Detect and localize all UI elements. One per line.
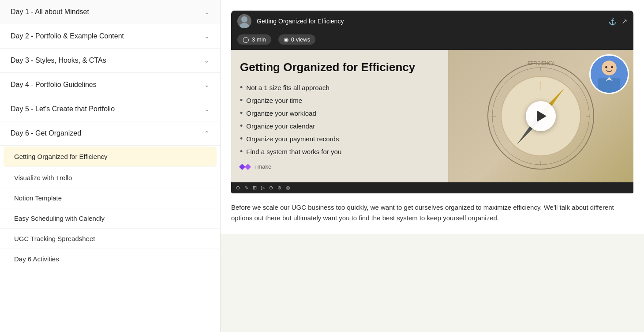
video-logo: i make [240,163,439,170]
presenter-avatar-large [589,54,629,94]
video-header-title: Getting Organized for Efficiency [257,18,603,25]
sidebar-item-day4-label: Day 4 - Portfolio Guidelines [11,81,97,89]
sidebar: Day 1 - All about Mindset ⌄ Day 2 - Port… [0,0,221,332]
bullet-item: Organize your workload [240,109,439,118]
chevron-down-icon: ⌄ [204,8,210,15]
sidebar-sub-item-easy-scheduling-label: Easy Scheduling with Calendly [14,215,105,222]
svg-point-19 [611,66,613,68]
toolbar-icon-2[interactable]: ✎ [243,184,250,192]
chevron-down-icon: ⌄ [204,106,210,113]
play-button[interactable] [526,101,556,131]
bullet-item: Organize your calendar [240,121,439,131]
sidebar-sub-item-getting-organized-label: Getting Organized for Efficiency [14,153,108,160]
video-meta-bar: ◯ 3 min ◉ 0 views [231,32,633,50]
sidebar-sub-item-ugc-tracking[interactable]: UGC Tracking Spreadsheet [0,229,220,249]
sidebar-sub-item-visualize-trello-label: Visualize with Trello [14,174,72,181]
video-header-bar: Getting Organized for Efficiency ⚓ ↗ [231,11,633,32]
sidebar-sub-item-day6-activities-label: Day 6 Activities [14,255,59,263]
sidebar-sub-item-ugc-tracking-label: UGC Tracking Spreadsheet [14,235,95,242]
svg-text:-EFFICIENCY-: -EFFICIENCY- [526,61,555,66]
sidebar-sub-item-notion-template[interactable]: Notion Template [0,188,220,208]
sidebar-item-day6[interactable]: Day 6 - Get Organized ⌃ [0,121,220,146]
bullet-item: Find a system that works for you [240,147,439,156]
external-link-icon[interactable]: ↗ [622,17,627,26]
video-header-icons: ⚓ ↗ [608,17,627,26]
chevron-down-icon: ⌄ [204,57,210,64]
video-left-panel: Getting Organized for Efficiency Not a 1… [231,50,448,182]
svg-point-1 [240,23,249,28]
svg-rect-16 [598,78,620,94]
toolbar-icon-4[interactable]: ▷ [260,184,266,192]
sidebar-item-day3-label: Day 3 - Styles, Hooks, & CTAs [11,57,106,64]
video-player-area: Getting Organized for Efficiency Not a 1… [231,50,633,182]
toolbar-icon-5[interactable]: ⊕ [268,184,274,192]
video-views: ◉ 0 views [278,34,315,45]
video-description: Before we scale our UGC business too qui… [231,193,633,223]
video-duration-label: 3 min [252,36,266,43]
toolbar-icon-3[interactable]: ⊞ [251,184,258,192]
content-card: Getting Organized for Efficiency ⚓ ↗ ◯ 3… [221,0,644,234]
svg-point-15 [602,60,617,75]
toolbar-icon-1[interactable]: ⊙ [235,184,241,192]
sidebar-item-day5-label: Day 5 - Let's Create that Portfolio [11,105,115,113]
eye-icon: ◉ [284,36,288,43]
sidebar-item-day6-label: Day 6 - Get Organized [11,129,81,137]
chevron-down-icon: ⌄ [204,81,210,88]
sidebar-sub-item-easy-scheduling[interactable]: Easy Scheduling with Calendly [0,208,220,229]
sidebar-section-day6: Day 6 - Get Organized ⌃ Getting Organize… [0,121,220,269]
sidebar-item-day5[interactable]: Day 5 - Let's Create that Portfolio ⌄ [0,97,220,121]
main-content: Getting Organized for Efficiency ⚓ ↗ ◯ 3… [221,0,644,332]
sidebar-item-day4[interactable]: Day 4 - Portfolio Guidelines ⌄ [0,73,220,97]
bullet-item: Organize your time [240,96,439,105]
svg-point-0 [241,16,247,23]
sidebar-sub-item-day6-activities[interactable]: Day 6 Activities [0,249,220,269]
bullet-item: Not a 1 size fits all approach [240,83,439,92]
sidebar-item-day3[interactable]: Day 3 - Styles, Hooks, & CTAs ⌄ [0,49,220,73]
sidebar-sub-item-getting-organized[interactable]: Getting Organized for Efficiency [4,147,217,167]
chevron-up-icon: ⌃ [204,130,210,137]
video-views-label: 0 views [291,36,310,43]
video-toolbar: ⊙ ✎ ⊞ ▷ ⊕ ⊗ ◎ [231,182,633,193]
svg-point-18 [605,66,607,68]
bullet-item: Organize your payment records [240,134,439,143]
sidebar-item-day2[interactable]: Day 2 - Portfolio & Example Content ⌄ [0,24,220,49]
sidebar-sub-item-visualize-trello[interactable]: Visualize with Trello [0,168,220,188]
sidebar-sub-item-notion-template-label: Notion Template [14,194,62,202]
toolbar-icon-6[interactable]: ⊗ [276,184,283,192]
clock-icon: ◯ [243,36,249,43]
logo-text: i make [255,163,271,170]
sidebar-item-day2-label: Day 2 - Portfolio & Example Content [11,32,124,40]
play-triangle-icon [537,110,547,122]
video-right-panel: -EFFICIENCY- [448,50,633,182]
video-duration: ◯ 3 min [237,34,271,45]
chevron-down-icon: ⌄ [204,33,210,40]
presenter-avatar-small [237,14,251,28]
sidebar-item-day1-label: Day 1 - All about Mindset [11,8,89,16]
sidebar-item-day1[interactable]: Day 1 - All about Mindset ⌄ [0,0,220,24]
link-icon[interactable]: ⚓ [608,17,617,26]
video-bullet-list: Not a 1 size fits all approachOrganize y… [240,83,439,156]
video-overlay-title: Getting Organized for Efficiency [240,60,439,74]
toolbar-icon-7[interactable]: ◎ [285,184,292,192]
